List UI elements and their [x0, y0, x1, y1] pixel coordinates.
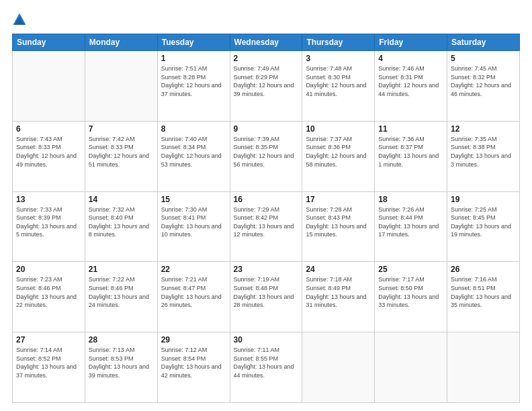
day-number: 25	[378, 265, 443, 274]
logo	[12, 12, 30, 27]
day-detail: Sunrise: 7:48 AM Sunset: 8:30 PM Dayligh…	[306, 64, 371, 98]
day-cell: 12Sunrise: 7:35 AM Sunset: 8:38 PM Dayli…	[447, 121, 520, 191]
day-number: 14	[89, 195, 154, 204]
day-cell: 5Sunrise: 7:45 AM Sunset: 8:32 PM Daylig…	[447, 51, 520, 122]
weekday-header-monday: Monday	[85, 34, 157, 51]
day-detail: Sunrise: 7:18 AM Sunset: 8:49 PM Dayligh…	[306, 275, 371, 309]
day-detail: Sunrise: 7:49 AM Sunset: 8:29 PM Dayligh…	[234, 64, 299, 98]
day-number: 5	[451, 54, 516, 63]
day-detail: Sunrise: 7:22 AM Sunset: 8:46 PM Dayligh…	[89, 275, 154, 309]
day-detail: Sunrise: 7:19 AM Sunset: 8:48 PM Dayligh…	[234, 275, 299, 309]
day-cell: 19Sunrise: 7:25 AM Sunset: 8:45 PM Dayli…	[447, 191, 520, 262]
day-number: 8	[161, 124, 226, 134]
day-detail: Sunrise: 7:33 AM Sunset: 8:39 PM Dayligh…	[16, 205, 81, 239]
day-detail: Sunrise: 7:35 AM Sunset: 8:38 PM Dayligh…	[451, 135, 516, 169]
week-row-4: 20Sunrise: 7:23 AM Sunset: 8:46 PM Dayli…	[13, 262, 520, 332]
day-detail: Sunrise: 7:39 AM Sunset: 8:35 PM Dayligh…	[234, 135, 299, 169]
logo-icon	[12, 12, 27, 27]
day-cell: 8Sunrise: 7:40 AM Sunset: 8:34 PM Daylig…	[157, 121, 230, 191]
day-detail: Sunrise: 7:30 AM Sunset: 8:41 PM Dayligh…	[161, 205, 226, 239]
day-cell: 15Sunrise: 7:30 AM Sunset: 8:41 PM Dayli…	[157, 191, 230, 262]
day-number: 16	[234, 195, 299, 204]
day-detail: Sunrise: 7:51 AM Sunset: 8:28 PM Dayligh…	[161, 64, 226, 98]
weekday-header-tuesday: Tuesday	[157, 34, 230, 51]
day-cell: 26Sunrise: 7:16 AM Sunset: 8:51 PM Dayli…	[447, 262, 520, 332]
day-number: 10	[306, 124, 371, 134]
day-number: 24	[306, 265, 371, 274]
day-number: 23	[234, 265, 299, 274]
day-cell: 9Sunrise: 7:39 AM Sunset: 8:35 PM Daylig…	[230, 121, 302, 191]
day-cell: 10Sunrise: 7:37 AM Sunset: 8:36 PM Dayli…	[302, 121, 375, 191]
day-cell: 3Sunrise: 7:48 AM Sunset: 8:30 PM Daylig…	[302, 51, 375, 122]
day-cell: 29Sunrise: 7:12 AM Sunset: 8:54 PM Dayli…	[157, 332, 230, 403]
header	[12, 12, 520, 27]
day-number: 11	[378, 124, 443, 134]
day-detail: Sunrise: 7:16 AM Sunset: 8:51 PM Dayligh…	[451, 275, 516, 309]
day-number: 3	[306, 54, 371, 63]
day-detail: Sunrise: 7:23 AM Sunset: 8:46 PM Dayligh…	[16, 275, 81, 309]
day-cell: 25Sunrise: 7:17 AM Sunset: 8:50 PM Dayli…	[375, 262, 447, 332]
weekday-header-row: SundayMondayTuesdayWednesdayThursdayFrid…	[13, 34, 520, 51]
day-cell: 17Sunrise: 7:28 AM Sunset: 8:43 PM Dayli…	[302, 191, 375, 262]
day-cell	[375, 332, 447, 403]
day-number: 2	[234, 54, 299, 63]
day-number: 6	[16, 124, 81, 134]
day-number: 27	[16, 335, 81, 345]
calendar-table: SundayMondayTuesdayWednesdayThursdayFrid…	[12, 34, 520, 403]
weekday-header-sunday: Sunday	[13, 34, 85, 51]
day-number: 20	[16, 265, 81, 274]
day-cell	[13, 51, 85, 122]
day-cell: 6Sunrise: 7:43 AM Sunset: 8:33 PM Daylig…	[13, 121, 85, 191]
day-cell: 2Sunrise: 7:49 AM Sunset: 8:29 PM Daylig…	[230, 51, 302, 122]
weekday-header-saturday: Saturday	[447, 34, 520, 51]
day-cell: 16Sunrise: 7:29 AM Sunset: 8:42 PM Dayli…	[230, 191, 302, 262]
day-cell	[447, 332, 520, 403]
day-number: 7	[89, 124, 154, 134]
day-detail: Sunrise: 7:25 AM Sunset: 8:45 PM Dayligh…	[451, 205, 516, 239]
day-cell: 21Sunrise: 7:22 AM Sunset: 8:46 PM Dayli…	[85, 262, 157, 332]
day-cell: 20Sunrise: 7:23 AM Sunset: 8:46 PM Dayli…	[13, 262, 85, 332]
week-row-1: 1Sunrise: 7:51 AM Sunset: 8:28 PM Daylig…	[13, 51, 520, 122]
day-detail: Sunrise: 7:32 AM Sunset: 8:40 PM Dayligh…	[89, 205, 154, 239]
day-cell: 14Sunrise: 7:32 AM Sunset: 8:40 PM Dayli…	[85, 191, 157, 262]
day-number: 1	[161, 54, 226, 63]
day-number: 19	[451, 195, 516, 204]
day-cell: 1Sunrise: 7:51 AM Sunset: 8:28 PM Daylig…	[157, 51, 230, 122]
day-detail: Sunrise: 7:14 AM Sunset: 8:52 PM Dayligh…	[16, 346, 81, 379]
day-number: 30	[234, 335, 299, 345]
day-detail: Sunrise: 7:37 AM Sunset: 8:36 PM Dayligh…	[306, 135, 371, 169]
day-detail: Sunrise: 7:12 AM Sunset: 8:54 PM Dayligh…	[161, 346, 226, 379]
day-detail: Sunrise: 7:17 AM Sunset: 8:50 PM Dayligh…	[378, 275, 443, 309]
weekday-header-friday: Friday	[375, 34, 447, 51]
day-cell: 30Sunrise: 7:11 AM Sunset: 8:55 PM Dayli…	[230, 332, 302, 403]
day-cell: 7Sunrise: 7:42 AM Sunset: 8:33 PM Daylig…	[85, 121, 157, 191]
day-cell: 22Sunrise: 7:21 AM Sunset: 8:47 PM Dayli…	[157, 262, 230, 332]
day-number: 21	[89, 265, 154, 274]
day-detail: Sunrise: 7:43 AM Sunset: 8:33 PM Dayligh…	[16, 135, 81, 169]
day-number: 9	[234, 124, 299, 134]
week-row-3: 13Sunrise: 7:33 AM Sunset: 8:39 PM Dayli…	[13, 191, 520, 262]
day-detail: Sunrise: 7:11 AM Sunset: 8:55 PM Dayligh…	[234, 346, 299, 379]
weekday-header-thursday: Thursday	[302, 34, 375, 51]
day-detail: Sunrise: 7:46 AM Sunset: 8:31 PM Dayligh…	[378, 64, 443, 98]
week-row-2: 6Sunrise: 7:43 AM Sunset: 8:33 PM Daylig…	[13, 121, 520, 191]
day-detail: Sunrise: 7:40 AM Sunset: 8:34 PM Dayligh…	[161, 135, 226, 169]
day-number: 26	[451, 265, 516, 274]
day-cell: 4Sunrise: 7:46 AM Sunset: 8:31 PM Daylig…	[375, 51, 447, 122]
day-cell	[85, 51, 157, 122]
day-detail: Sunrise: 7:42 AM Sunset: 8:33 PM Dayligh…	[89, 135, 154, 169]
day-number: 28	[89, 335, 154, 345]
day-cell	[302, 332, 375, 403]
day-number: 4	[378, 54, 443, 63]
day-number: 29	[161, 335, 226, 345]
day-detail: Sunrise: 7:26 AM Sunset: 8:44 PM Dayligh…	[378, 205, 443, 239]
day-number: 17	[306, 195, 371, 204]
day-number: 13	[16, 195, 81, 204]
day-cell: 23Sunrise: 7:19 AM Sunset: 8:48 PM Dayli…	[230, 262, 302, 332]
day-detail: Sunrise: 7:45 AM Sunset: 8:32 PM Dayligh…	[451, 64, 516, 98]
day-detail: Sunrise: 7:28 AM Sunset: 8:43 PM Dayligh…	[306, 205, 371, 239]
week-row-5: 27Sunrise: 7:14 AM Sunset: 8:52 PM Dayli…	[13, 332, 520, 403]
day-cell: 24Sunrise: 7:18 AM Sunset: 8:49 PM Dayli…	[302, 262, 375, 332]
day-detail: Sunrise: 7:29 AM Sunset: 8:42 PM Dayligh…	[234, 205, 299, 239]
day-detail: Sunrise: 7:21 AM Sunset: 8:47 PM Dayligh…	[161, 275, 226, 309]
